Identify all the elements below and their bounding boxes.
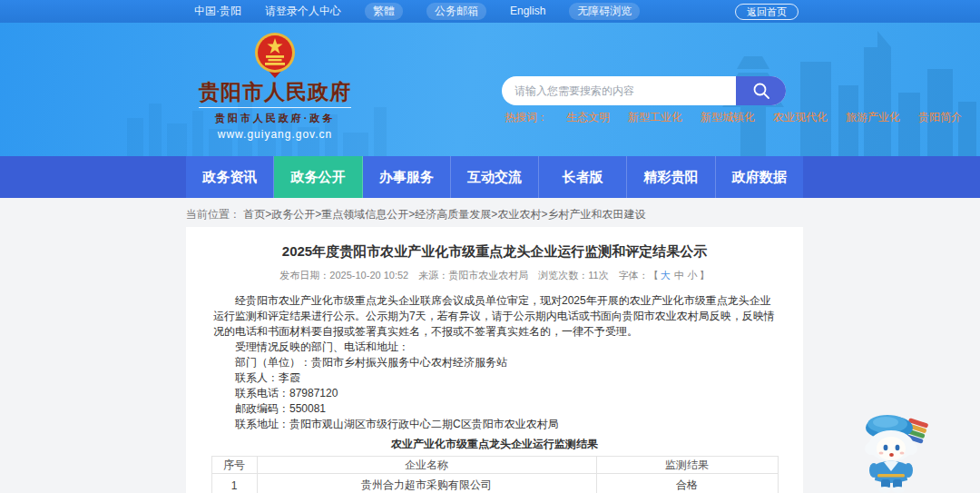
breadcrumb-path[interactable]: 首页>政务公开>重点领域信息公开>经济高质量发展>农业农村>乡村产业和农田建设 <box>243 208 645 221</box>
article-meta: 发布日期：2025-10-20 10:52 来源：贵阳市农业农村局 浏览次数：1… <box>186 269 803 282</box>
topbar-link-china-guiyang[interactable]: 中国·贵阳 <box>194 4 241 19</box>
cell-index: 1 <box>211 474 257 493</box>
nav-tab-gov-data[interactable]: 政府数据 <box>716 156 803 198</box>
article-body: 经贵阳市农业产业化市级重点龙头企业联席会议成员单位审定，现对2025年开展的农业… <box>213 293 776 432</box>
hot-word-urbanization[interactable]: 新型城镇化 <box>701 110 755 125</box>
article-line-phone: 联系电话：87987120 <box>213 386 776 401</box>
monitoring-result-table: 序号 企业名称 监测结果 1 贵州合力超市采购有限公司 合格 2 贵州友禾种业有… <box>211 456 779 493</box>
font-size-medium-button[interactable]: 中 <box>674 270 684 281</box>
table-header-company: 企业名称 <box>257 457 596 474</box>
main-nav-bar: 政务资讯 政务公开 办事服务 互动交流 长者版 精彩贵阳 政府数据 <box>0 156 980 198</box>
article-card: 2025年度贵阳市农业产业化市级重点龙头企业运行监测和评定结果公示 发布日期：2… <box>186 227 803 493</box>
topbar-links: 中国·贵阳 请登录个人中心 繁體 公务邮箱 English 无障碍浏览 <box>194 3 640 20</box>
font-size-small-button[interactable]: 小 <box>688 270 698 281</box>
table-row: 1 贵州合力超市采购有限公司 合格 <box>211 474 778 493</box>
return-home-button[interactable]: 返回首页 <box>735 4 799 20</box>
cell-company: 贵州合力超市采购有限公司 <box>257 474 596 493</box>
topbar-link-accessibility[interactable]: 无障碍浏览 <box>569 3 640 20</box>
result-table-title: 农业产业化市级重点龙头企业运行监测结果 <box>186 437 803 452</box>
nav-tab-services[interactable]: 办事服务 <box>363 156 451 198</box>
top-utility-bar: 中国·贵阳 请登录个人中心 繁體 公务邮箱 English 无障碍浏览 返回首页 <box>0 0 980 23</box>
hot-word-tourism[interactable]: 旅游产业化 <box>846 110 900 125</box>
nav-tab-senior-version[interactable]: 长者版 <box>539 156 627 198</box>
site-url: www.guiyang.gov.cn <box>184 128 366 141</box>
meta-text: 发布日期：2025-10-20 10:52 来源：贵阳市农业农村局 浏览次数：1… <box>279 270 658 281</box>
search-button[interactable] <box>736 76 786 105</box>
article-line-intro: 受理情况反映的部门、电话和地址： <box>213 340 776 355</box>
article-line-postcode: 邮政编码：550081 <box>213 401 776 417</box>
main-nav-tabs: 政务资讯 政务公开 办事服务 互动交流 长者版 精彩贵阳 政府数据 <box>186 156 803 198</box>
font-size-large-button[interactable]: 大 <box>661 270 671 281</box>
national-emblem-icon <box>254 32 296 79</box>
cell-result: 合格 <box>596 474 778 493</box>
hot-word-industrialization[interactable]: 新型工业化 <box>628 110 682 125</box>
assistant-mascot[interactable] <box>853 408 933 493</box>
article-paragraph: 经贵阳市农业产业化市级重点龙头企业联席会议成员单位审定，现对2025年开展的农业… <box>213 293 776 340</box>
hot-word-agri-modernization[interactable]: 农业现代化 <box>773 110 828 125</box>
article-line-department: 部门（单位）：贵阳市乡村振兴服务中心农村经济服务站 <box>213 355 776 370</box>
topbar-link-english[interactable]: English <box>510 4 545 19</box>
site-title: 贵阳市人民政府 <box>184 81 366 103</box>
article-line-address: 联系地址：贵阳市观山湖区市级行政中心二期C区贵阳市农业农村局 <box>213 417 776 432</box>
breadcrumb-label: 当前位置： <box>186 208 240 221</box>
site-subtitle: 贵阳市人民政府·政务 <box>184 112 366 125</box>
breadcrumb: 当前位置： 首页>政务公开>重点领域信息公开>经济高质量发展>农业农村>乡村产业… <box>186 207 645 222</box>
site-logo[interactable]: 贵阳市人民政府 贵阳市人民政府·政务 www.guiyang.gov.cn <box>184 32 366 141</box>
article-title: 2025年度贵阳市农业产业化市级重点龙头企业运行监测和评定结果公示 <box>186 243 803 261</box>
search-bar <box>502 76 786 105</box>
nav-tab-gov-disclosure[interactable]: 政务公开 <box>274 156 362 198</box>
site-banner: 贵阳市人民政府 贵阳市人民政府·政务 www.guiyang.gov.cn 热搜… <box>0 23 980 156</box>
topbar-link-traditional-chinese[interactable]: 繁體 <box>365 3 403 20</box>
search-icon <box>751 81 771 101</box>
search-input[interactable] <box>502 76 736 105</box>
hot-word-ecology[interactable]: 生态文明 <box>566 110 610 125</box>
meta-text-suffix: 】 <box>700 270 710 281</box>
nav-tab-interaction[interactable]: 互动交流 <box>451 156 539 198</box>
topbar-link-login-center[interactable]: 请登录个人中心 <box>265 4 341 19</box>
hot-search-row: 热搜词： 生态文明 新型工业化 新型城镇化 农业现代化 旅游产业化 贵阳简介 <box>505 110 962 125</box>
mascot-icon <box>853 408 933 493</box>
hot-word-guiyang-intro[interactable]: 贵阳简介 <box>918 110 962 125</box>
table-header-row: 序号 企业名称 监测结果 <box>211 457 778 474</box>
title-divider <box>199 107 351 108</box>
table-header-index: 序号 <box>211 457 257 474</box>
hot-search-label: 热搜词： <box>505 110 548 125</box>
nav-tab-news[interactable]: 政务资讯 <box>186 156 274 198</box>
article-line-contact-person: 联系人：李霞 <box>213 370 776 386</box>
nav-tab-splendid-guiyang[interactable]: 精彩贵阳 <box>627 156 715 198</box>
topbar-link-official-mail[interactable]: 公务邮箱 <box>426 3 486 20</box>
table-header-result: 监测结果 <box>596 457 778 474</box>
